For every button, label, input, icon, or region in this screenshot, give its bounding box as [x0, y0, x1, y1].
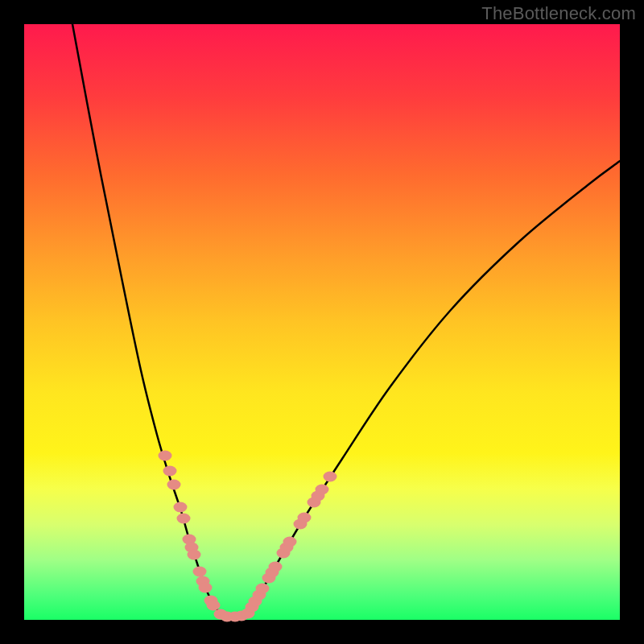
marker-dot [193, 567, 207, 577]
marker-dot [324, 472, 337, 482]
marker-dot [269, 562, 283, 572]
marker-dot [163, 466, 177, 477]
marker-dot [188, 550, 201, 560]
marker-dot [167, 480, 181, 490]
curve-left-curve [72, 24, 221, 615]
marker-dot [283, 537, 297, 547]
curve-overlay [0, 0, 644, 644]
marker-dot [256, 584, 270, 594]
marker-dot [298, 513, 312, 523]
marker-dot [199, 583, 213, 593]
marker-dot [174, 502, 188, 513]
marker-dot [207, 601, 221, 611]
curve-right-curve [246, 161, 620, 615]
marker-dot [316, 485, 329, 495]
marker-dot [159, 451, 172, 461]
marker-dot [177, 514, 191, 524]
